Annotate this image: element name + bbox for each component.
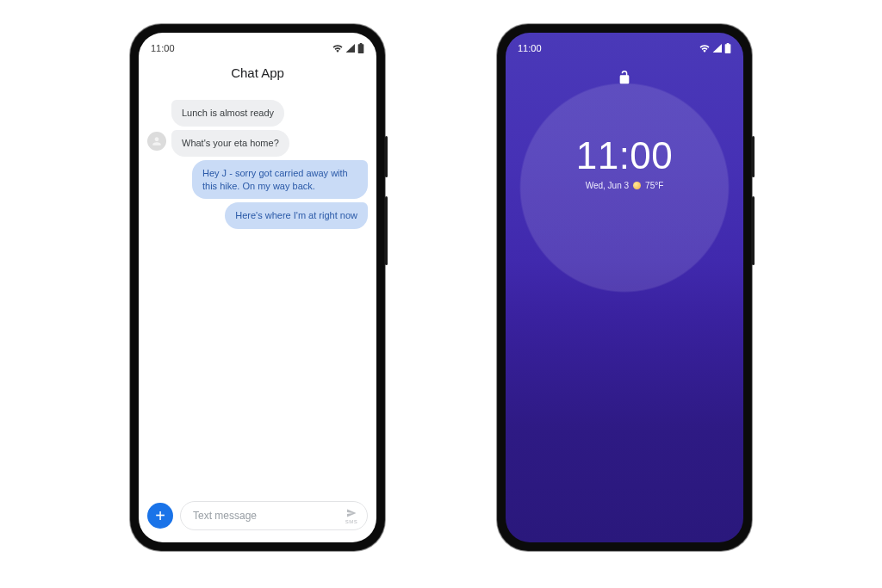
message-input-placeholder: Text message	[193, 510, 257, 522]
person-icon	[151, 135, 163, 147]
status-bar: 11:00	[506, 33, 743, 59]
chat-body[interactable]: Lunch is almost ready What's your eta ho…	[139, 93, 376, 494]
wifi-icon	[332, 44, 343, 53]
weather-sun-icon	[633, 182, 641, 189]
send-icon	[345, 508, 358, 518]
avatar	[147, 132, 166, 151]
lock-date: Wed, Jun 3	[586, 181, 629, 190]
add-attachment-button[interactable]: +	[147, 503, 173, 529]
volume-button	[752, 196, 755, 265]
send-mode-label: SMS	[345, 519, 358, 524]
send-button[interactable]: SMS	[345, 508, 358, 524]
wifi-icon	[699, 44, 710, 53]
message-input[interactable]: Text message SMS	[180, 501, 368, 530]
message-bubble-incoming: Lunch is almost ready	[171, 100, 284, 127]
lock-temp: 75°F	[645, 181, 663, 190]
lock-icon	[618, 69, 631, 90]
signal-icon	[712, 44, 722, 53]
composer: + Text message SMS	[147, 499, 368, 532]
message-row: Lunch is almost ready	[147, 100, 368, 127]
status-right	[699, 43, 731, 53]
status-bar: 11:00	[139, 33, 376, 59]
phone-frame-right: 11:00 11:00 Wed, Jun 3	[497, 24, 752, 551]
volume-button	[385, 196, 388, 265]
signal-icon	[345, 44, 355, 53]
message-row: Here's where I'm at right now	[147, 202, 368, 229]
power-button	[385, 136, 388, 177]
message-row: Hey J - sorry got carried away with this…	[147, 160, 368, 200]
status-time: 11:00	[518, 43, 542, 53]
lock-subline: Wed, Jun 3 75°F	[506, 181, 743, 190]
status-right	[332, 43, 364, 53]
app-title: Chat App	[139, 65, 376, 80]
message-bubble-outgoing: Hey J - sorry got carried away with this…	[192, 160, 368, 200]
avatar-spacer	[147, 100, 166, 127]
lock-screen[interactable]: 11:00 11:00 Wed, Jun 3	[506, 33, 743, 542]
status-time: 11:00	[151, 43, 175, 53]
stage: 11:00 Chat App Lunch is	[0, 0, 882, 588]
plus-icon: +	[155, 507, 165, 524]
message-bubble-incoming: What's your eta home?	[171, 130, 289, 157]
message-row: What's your eta home?	[147, 130, 368, 157]
power-button	[752, 136, 755, 177]
battery-icon	[724, 43, 731, 53]
battery-icon	[357, 43, 364, 53]
phone-frame-left: 11:00 Chat App Lunch is	[130, 24, 385, 551]
lock-clock: 11:00	[506, 134, 743, 177]
message-bubble-outgoing: Here's where I'm at right now	[225, 202, 368, 229]
chat-screen: 11:00 Chat App Lunch is	[139, 33, 376, 542]
